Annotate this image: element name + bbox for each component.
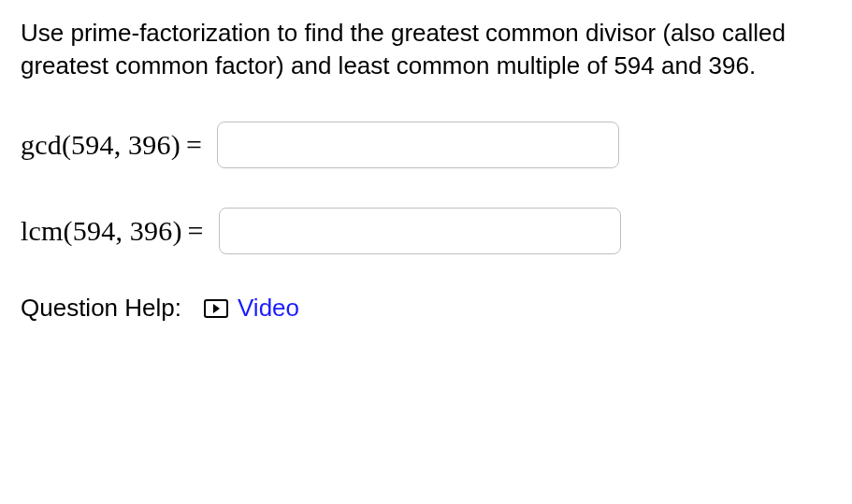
gcd-func: gcd xyxy=(21,129,62,160)
lcm-args: (594, 396) xyxy=(64,215,182,246)
lcm-equals: = xyxy=(182,215,209,246)
gcd-row: gcd(594, 396)= xyxy=(21,122,831,168)
lcm-row: lcm(594, 396)= xyxy=(21,208,831,254)
video-play-icon xyxy=(204,299,228,318)
video-link-text: Video xyxy=(238,294,299,323)
lcm-input[interactable] xyxy=(219,208,621,254)
gcd-input[interactable] xyxy=(217,122,619,168)
question-help-label: Question Help: xyxy=(21,294,181,323)
question-help-row: Question Help: Video xyxy=(21,294,831,323)
lcm-func: lcm xyxy=(21,215,64,246)
video-help-link[interactable]: Video xyxy=(204,294,299,323)
gcd-args: (594, 396) xyxy=(62,129,181,160)
gcd-equals: = xyxy=(181,129,208,160)
gcd-label: gcd(594, 396)= xyxy=(21,129,208,161)
question-text: Use prime-factorization to find the grea… xyxy=(21,17,831,82)
lcm-label: lcm(594, 396)= xyxy=(21,215,209,247)
